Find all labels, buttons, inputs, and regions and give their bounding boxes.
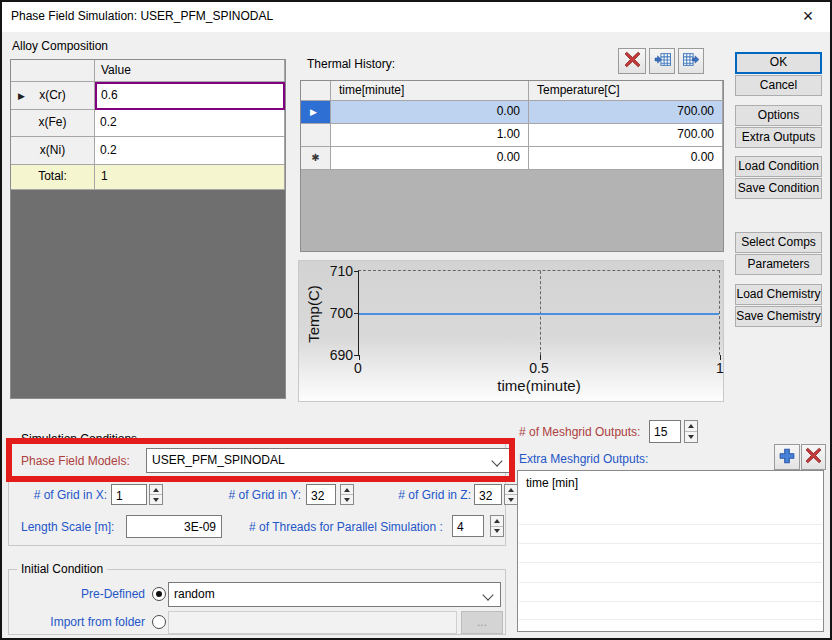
thermal-history-label: Thermal History: [307,57,395,71]
thermal-time-cell[interactable]: 0.00 [331,147,529,170]
load-condition-button[interactable]: Load Condition [735,156,822,177]
alloy-row-header-xfe[interactable]: x(Fe) [11,110,95,137]
ok-button[interactable]: OK [735,52,822,74]
list-separator [519,562,822,563]
import-from-folder-radio[interactable] [152,615,166,629]
x-tick-label: 0.5 [529,360,548,376]
meshgrid-count-spinner[interactable] [684,420,698,443]
temperature-line-series [359,313,719,315]
thermal-temp-cell[interactable]: 700.00 [529,101,723,124]
table-row[interactable]: ✱ 0.00 0.00 [301,147,723,170]
alloy-composition-label: Alloy Composition [12,39,108,53]
parameters-button[interactable]: Parameters [735,254,822,275]
pre-defined-combobox[interactable]: random [168,582,501,607]
initial-condition-label: Initial Condition [17,562,107,576]
table-row[interactable]: ▶ 0.00 700.00 [301,101,723,124]
alloy-row-label: x(Ni) [40,143,65,157]
red-x-icon [624,51,641,71]
spin-down-icon[interactable] [341,495,353,504]
chart-plot-area [358,270,720,355]
y-tick-label: 700 [323,305,353,321]
alloy-total-label: Total: [11,165,95,190]
spin-up-icon[interactable] [685,421,697,432]
remove-output-button[interactable] [801,444,826,470]
x-tick-label: 1 [716,360,724,376]
thermal-temp-cell[interactable]: 0.00 [529,147,723,170]
grid-x-value[interactable]: 1 [111,484,147,505]
alloy-row-header-xni[interactable]: x(Ni) [11,137,95,165]
alloy-xni-value-cell[interactable]: 0.2 [95,137,285,165]
spin-down-icon[interactable] [685,432,697,442]
new-row-marker-icon: ✱ [311,152,319,163]
insert-row-button[interactable] [649,48,675,74]
spin-up-icon[interactable] [505,485,517,495]
meshgrid-count-label: # of Meshgrid Outputs: [519,425,640,439]
thermal-time-header: time[minute] [331,81,529,101]
arrow-into-table-icon [654,51,671,71]
threads-spinner[interactable] [490,515,504,537]
simulation-conditions-label: Simulation Conditions [17,432,141,446]
thermal-row-header[interactable] [301,124,331,147]
grid-z-value[interactable]: 32 [474,484,502,505]
pre-defined-label: Pre-Defined [29,587,145,601]
threads-value[interactable]: 4 [452,515,484,537]
thermal-corner-header [301,81,331,101]
alloy-xfe-value-cell[interactable]: 0.2 [95,110,285,137]
list-item[interactable]: time [min] [518,471,823,490]
grid-y-spinner[interactable] [340,484,354,505]
select-comps-button[interactable]: Select Comps [735,232,822,253]
load-chemistry-button[interactable]: Load Chemistry [735,284,822,305]
alloy-xcr-value-cell[interactable]: 0.6 [95,82,285,110]
phase-field-simulation-dialog: Phase Field Simulation: USER_PFM_SPINODA… [0,0,832,640]
phase-field-models-combobox[interactable]: USER_PFM_SPINODAL [146,448,510,473]
add-output-button[interactable] [774,444,800,470]
table-row: ▶ x(Cr) 0.6 [11,82,285,110]
cancel-button[interactable]: Cancel [735,75,822,96]
spin-down-icon[interactable] [505,495,517,504]
grid-z-spinner[interactable] [504,484,518,505]
spin-down-icon[interactable] [150,495,162,504]
table-row: x(Ni) 0.2 [11,137,285,165]
list-separator [519,619,822,620]
alloy-row-label: x(Cr) [39,88,66,102]
delete-row-button[interactable] [618,48,646,74]
grid-y-label: # of Grid in Y: [205,488,301,502]
spin-up-icon[interactable] [150,485,162,495]
grid-y-value[interactable]: 32 [306,484,336,505]
table-row[interactable]: 1.00 700.00 [301,124,723,147]
length-scale-field[interactable]: 3E-09 [126,515,222,538]
import-path-field [168,611,457,634]
spin-down-icon[interactable] [491,527,503,537]
chevron-down-icon [491,455,502,466]
thermal-header-row: time[minute] Temperature[C] [301,81,723,101]
x-tick-label: 0 [354,360,362,376]
alloy-value-header: Value [95,60,285,82]
pre-defined-radio[interactable] [152,587,166,601]
thermal-temp-cell[interactable]: 700.00 [529,124,723,147]
red-x-icon [805,447,822,467]
save-condition-button[interactable]: Save Condition [735,178,822,199]
table-row: x(Fe) 0.2 [11,110,285,137]
title-bar: Phase Field Simulation: USER_PFM_SPINODA… [2,2,830,32]
spin-up-icon[interactable] [491,516,503,527]
thermal-time-cell[interactable]: 1.00 [331,124,529,147]
export-table-button[interactable] [678,48,704,74]
meshgrid-count-value[interactable]: 15 [649,420,681,443]
browse-button[interactable]: ... [461,611,503,634]
save-chemistry-button[interactable]: Save Chemistry [735,306,822,327]
alloy-composition-table: Value ▶ x(Cr) 0.6 x(Fe) 0.2 x(Ni) 0.2 To… [10,59,286,399]
thermal-new-row-header[interactable]: ✱ [301,147,331,170]
threads-label: # of Threads for Parallel Simulation : [249,520,443,534]
alloy-row-header-xcr[interactable]: ▶ x(Cr) [11,82,95,110]
extra-meshgrid-outputs-list[interactable]: time [min] [517,470,824,632]
alloy-header-row: Value [11,60,285,82]
options-button[interactable]: Options [735,105,822,126]
extra-outputs-button[interactable]: Extra Outputs [735,127,822,148]
chart-x-axis-label: time(minute) [497,377,580,394]
close-icon[interactable]: × [790,2,826,31]
thermal-row-header-selected[interactable]: ▶ [301,101,331,124]
thermal-time-cell[interactable]: 0.00 [331,101,529,124]
alloy-total-row: Total: 1 [11,165,285,190]
spin-up-icon[interactable] [341,485,353,495]
grid-x-spinner[interactable] [149,484,163,505]
